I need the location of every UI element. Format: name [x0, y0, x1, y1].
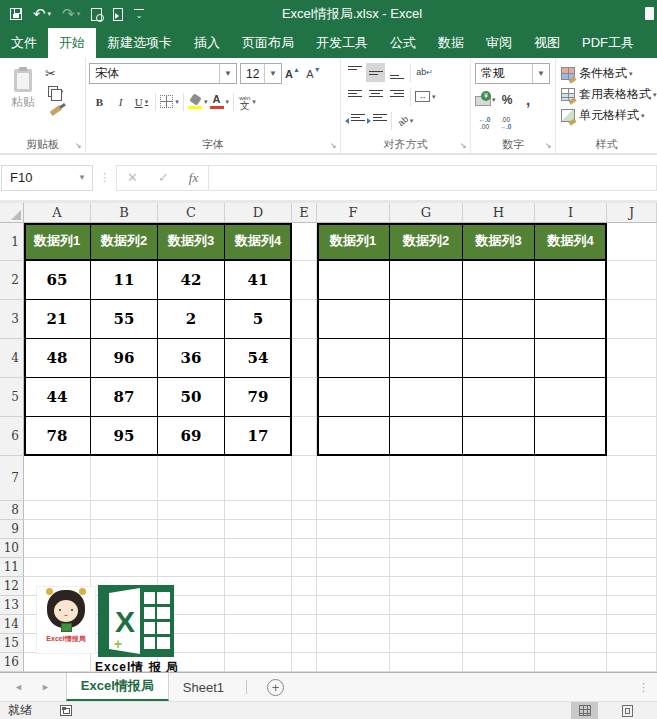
cell-B7[interactable]: [91, 456, 158, 501]
cell-D12[interactable]: [225, 577, 292, 596]
align-left-button[interactable]: [345, 87, 364, 106]
cell-G12[interactable]: [390, 577, 463, 596]
cell-A16[interactable]: [24, 653, 91, 672]
cell-J5[interactable]: [607, 378, 657, 417]
cell-C8[interactable]: [158, 501, 225, 520]
cell-A4[interactable]: 48: [24, 339, 91, 378]
cell-F1[interactable]: 数据列1: [317, 223, 390, 261]
cell-H8[interactable]: [463, 501, 535, 520]
cut-button[interactable]: ✂: [45, 66, 66, 81]
cell-C1[interactable]: 数据列3: [158, 223, 225, 261]
cell-A1[interactable]: 数据列1: [24, 223, 91, 261]
cell-A5[interactable]: 44: [24, 378, 91, 417]
align-center-button[interactable]: [366, 87, 385, 106]
cell-J7[interactable]: [607, 456, 657, 501]
styles-button-2[interactable]: 单元格样式: [559, 105, 654, 126]
italic-button[interactable]: I: [111, 92, 130, 111]
row-header-15[interactable]: 15: [0, 634, 24, 653]
select-all-corner[interactable]: [0, 203, 24, 223]
cell-I12[interactable]: [535, 577, 607, 596]
formula-input[interactable]: [209, 165, 657, 191]
fill-color-button[interactable]: [188, 92, 208, 111]
cell-F4[interactable]: [317, 339, 390, 378]
cell-G8[interactable]: [390, 501, 463, 520]
cell-H5[interactable]: [463, 378, 535, 417]
avatar-logo-image[interactable]: Excel情报局: [37, 587, 95, 653]
number-format-combo[interactable]: 常规 ▼: [475, 63, 550, 84]
cell-D15[interactable]: [225, 634, 292, 653]
cell-I3[interactable]: [535, 300, 607, 339]
cell-G4[interactable]: [390, 339, 463, 378]
increase-indent-button[interactable]: [367, 111, 387, 130]
cell-D1[interactable]: 数据列4: [225, 223, 292, 261]
decrease-indent-button[interactable]: [345, 111, 365, 130]
column-header-G[interactable]: G: [390, 203, 463, 223]
ribbon-tab-2[interactable]: 新建选项卡: [96, 28, 183, 58]
cell-A6[interactable]: 78: [24, 417, 91, 456]
paste-button[interactable]: 粘贴: [3, 69, 43, 111]
ribbon-tab-4[interactable]: 页面布局: [231, 28, 305, 58]
cell-F11[interactable]: [317, 558, 390, 577]
cell-H4[interactable]: [463, 339, 535, 378]
cell-G16[interactable]: [390, 653, 463, 672]
cell-F14[interactable]: [317, 615, 390, 634]
column-header-J[interactable]: J: [607, 203, 657, 223]
cell-E10[interactable]: [292, 539, 317, 558]
accounting-format-button[interactable]: [475, 90, 496, 109]
cell-E16[interactable]: [292, 653, 317, 672]
cell-D3[interactable]: 5: [225, 300, 292, 339]
align-top-button[interactable]: [345, 63, 364, 82]
row-header-9[interactable]: 9: [0, 520, 24, 539]
excel-logo-image[interactable]: X +: [98, 585, 174, 657]
comma-style-button[interactable]: ,: [519, 90, 538, 109]
cell-B6[interactable]: 95: [91, 417, 158, 456]
row-header-2[interactable]: 2: [0, 261, 24, 300]
cell-C7[interactable]: [158, 456, 225, 501]
page-layout-view-button[interactable]: [614, 702, 641, 719]
cell-B3[interactable]: 55: [91, 300, 158, 339]
cell-D13[interactable]: [225, 596, 292, 615]
cell-E8[interactable]: [292, 501, 317, 520]
clipboard-dialog-launcher[interactable]: ↘: [73, 141, 83, 151]
cell-B2[interactable]: 11: [91, 261, 158, 300]
cell-J16[interactable]: [607, 653, 657, 672]
ribbon-tab-3[interactable]: 插入: [183, 28, 231, 58]
cell-B5[interactable]: 87: [91, 378, 158, 417]
cell-E6[interactable]: [292, 417, 317, 456]
copy-button[interactable]: [46, 85, 65, 98]
cell-F13[interactable]: [317, 596, 390, 615]
cell-E13[interactable]: [292, 596, 317, 615]
cell-J6[interactable]: [607, 417, 657, 456]
cell-I9[interactable]: [535, 520, 607, 539]
cell-J4[interactable]: [607, 339, 657, 378]
cell-A8[interactable]: [24, 501, 91, 520]
cell-A2[interactable]: 65: [24, 261, 91, 300]
cell-F9[interactable]: [317, 520, 390, 539]
percent-style-button[interactable]: %: [498, 90, 517, 109]
new-sheet-button[interactable]: +: [267, 679, 284, 696]
cell-C9[interactable]: [158, 520, 225, 539]
phonetic-guide-button[interactable]: wén文: [238, 92, 257, 111]
column-header-C[interactable]: C: [158, 203, 225, 223]
cell-H11[interactable]: [463, 558, 535, 577]
font-name-combo[interactable]: 宋体 ▼: [89, 63, 237, 84]
cell-C6[interactable]: 69: [158, 417, 225, 456]
cell-G2[interactable]: [390, 261, 463, 300]
ribbon-tab-9[interactable]: 视图: [523, 28, 571, 58]
sheet-nav-left-icon[interactable]: ◄: [14, 682, 23, 692]
alignment-dialog-launcher[interactable]: ↘: [458, 141, 468, 151]
ribbon-tab-5[interactable]: 开发工具: [305, 28, 379, 58]
format-painter-button[interactable]: [46, 102, 65, 114]
cell-F12[interactable]: [317, 577, 390, 596]
cell-D2[interactable]: 41: [225, 261, 292, 300]
cell-I11[interactable]: [535, 558, 607, 577]
cell-J13[interactable]: [607, 596, 657, 615]
sheet-tab-active[interactable]: Excel情报局: [66, 673, 169, 701]
row-header-10[interactable]: 10: [0, 539, 24, 558]
styles-button-0[interactable]: 条件格式: [559, 63, 654, 84]
sheet-nav-right-icon[interactable]: ►: [41, 682, 50, 692]
row-header-11[interactable]: 11: [0, 558, 24, 577]
row-header-16[interactable]: 16: [0, 653, 24, 672]
row-header-1[interactable]: 1: [0, 223, 24, 261]
column-header-D[interactable]: D: [225, 203, 292, 223]
